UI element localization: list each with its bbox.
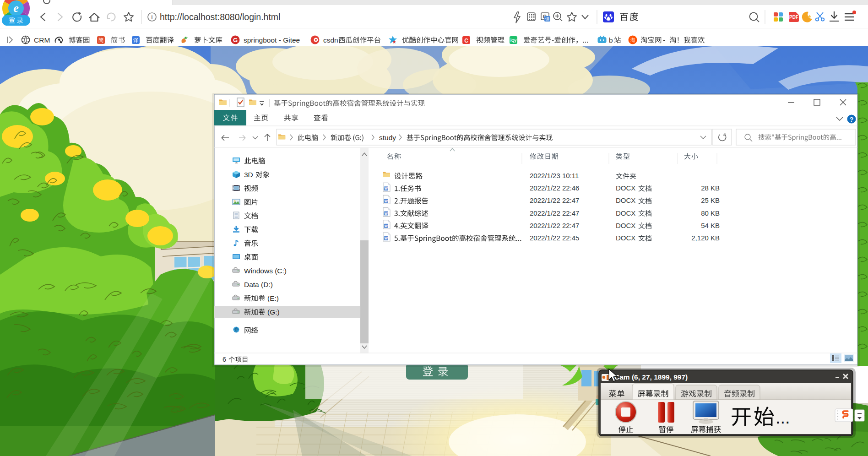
svg-text:springboot - Gitee: springboot - Gitee — [244, 36, 300, 44]
svg-text:3D: 3D — [244, 171, 253, 179]
svg-text:28 KB: 28 KB — [701, 184, 720, 192]
svg-text:w: w — [384, 236, 388, 240]
svg-text:CRM: CRM — [34, 36, 50, 44]
svg-text:study: study — [379, 134, 396, 141]
svg-text:b: b — [609, 36, 613, 44]
svg-text:2022/1/22 22:47: 2022/1/22 22:47 — [530, 209, 579, 217]
svg-text:DOCX: DOCX — [616, 209, 635, 217]
svg-text:G: G — [233, 37, 238, 43]
svg-text:i: i — [151, 14, 152, 21]
svg-text:25 KB: 25 KB — [701, 196, 720, 204]
svg-text:DOCX: DOCX — [616, 196, 635, 204]
svg-text:DOCX: DOCX — [616, 184, 635, 192]
svg-text:54 KB: 54 KB — [701, 222, 720, 229]
svg-text:2022/1/22 22:45: 2022/1/22 22:45 — [530, 234, 579, 242]
svg-text:w: w — [384, 199, 388, 203]
svg-text:-: - — [663, 36, 665, 44]
svg-text:PDF: PDF — [789, 15, 798, 20]
svg-text:Data (D:): Data (D:) — [244, 281, 273, 288]
svg-text:2,120 KB: 2,120 KB — [691, 234, 720, 242]
svg-text:w: w — [384, 186, 388, 191]
svg-text:w: w — [384, 223, 388, 228]
svg-text:Windows (C:): Windows (C:) — [244, 267, 287, 275]
svg-text:2022/1/22 22:46: 2022/1/22 22:46 — [530, 184, 579, 192]
svg-text:2022/1/22 22:47: 2022/1/22 22:47 — [530, 222, 579, 229]
svg-text:(E:): (E:) — [267, 294, 279, 302]
svg-text:2022/1/23 10:11: 2022/1/23 10:11 — [530, 172, 579, 179]
svg-text:...: ... — [776, 408, 790, 427]
svg-text:DOCX: DOCX — [616, 222, 635, 229]
svg-text:csdn: csdn — [323, 36, 338, 44]
svg-text:w: w — [384, 211, 388, 216]
svg-text:80 KB: 80 KB — [701, 209, 720, 217]
svg-text:e: e — [13, 1, 19, 15]
svg-text:iQy: iQy — [510, 38, 517, 43]
svg-text:Cam (6, 27, 1899, 997): Cam (6, 27, 1899, 997) — [614, 373, 688, 381]
svg-text:(G:): (G:) — [267, 308, 280, 316]
svg-text:C: C — [464, 38, 468, 44]
svg-text:2022/1/22 22:47: 2022/1/22 22:47 — [530, 196, 579, 204]
svg-text:?: ? — [850, 116, 854, 123]
svg-text:http://localhost:8080/login.ht: http://localhost:8080/login.html — [160, 12, 280, 22]
svg-text:6: 6 — [222, 356, 226, 363]
svg-text:DOCX: DOCX — [616, 234, 635, 242]
